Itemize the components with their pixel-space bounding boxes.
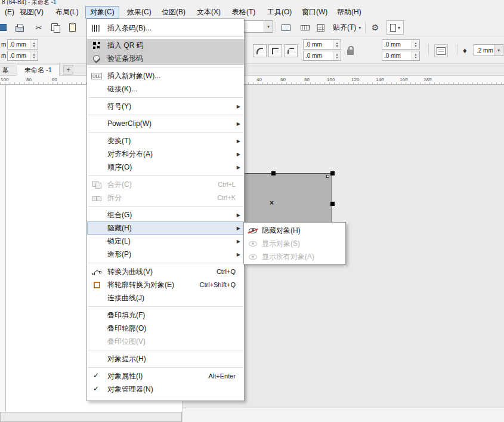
corner-tr-stepper[interactable]: ▴▾ [412,40,419,49]
menu-item-label: 叠印填充(F) [107,310,145,321]
menubar-item-window[interactable]: 窗口(W) [297,6,332,19]
snap-to-dropdown[interactable]: 贴齐(T) ▾ [329,21,364,34]
new-document-tab-button[interactable]: + [63,65,73,75]
corner-radius-top-left-field[interactable]: .0 mm ▴▾ [303,39,341,50]
launcher-dropdown-arrow-icon: ▾ [398,25,400,30]
corner-style-round-button[interactable] [253,44,267,57]
corner-style-scallop-button[interactable] [268,44,282,57]
paste-button[interactable] [64,20,80,35]
menu-item-overprint-outline[interactable]: 叠印轮廓(O) [87,322,244,335]
width-stepper[interactable]: ▴▾ [30,40,38,49]
selection-handle-top-center[interactable] [271,171,276,175]
menubar-item-table[interactable]: 表格(T) [227,6,260,19]
menu-item-object-properties[interactable]: ✓ 对象属性(I) Alt+Enter [87,369,244,383]
object-size-height-field[interactable]: .0 mm ▴▾ [7,51,38,61]
menubar-item-view[interactable]: 视图(V) [15,6,48,19]
stepper-down-icon[interactable]: ▾ [415,45,416,48]
document-tab-untitled[interactable]: 未命名 -1 [17,64,60,76]
menu-item-overprint-fill[interactable]: 叠印填充(F) [87,309,244,322]
menu-separator [88,132,243,133]
menu-item-symbol[interactable]: 符号(Y) ▶ [87,100,244,113]
object-size-height-value: .0 mm [8,51,30,60]
wrap-text-button[interactable] [434,44,448,57]
corner-radius-top-right-field[interactable]: .0 mm ▴▾ [382,39,420,50]
menu-item-lock[interactable]: 锁定(L) ▶ [87,235,244,248]
cut-button[interactable]: ✂ [31,20,47,35]
copy-button[interactable] [48,20,63,35]
height-stepper[interactable]: ▴▾ [30,51,38,60]
menu-item-label: 插入新对象(W)... [107,71,160,81]
menubar-item-text[interactable]: 文本(X) [192,6,225,19]
outline-width-combo[interactable]: .2 mm ▾ [474,44,503,56]
menu-item-object-hinting[interactable]: 对象提示(H) [87,352,244,365]
stepper-down-icon[interactable]: ▾ [33,56,35,59]
corner-radius-bl-value: .0 mm [304,51,333,60]
menu-item-shortcut: Ctrl+Shift+Q [199,281,239,288]
submenu-item-hide-objects[interactable]: 隐藏对象(H) [244,224,345,237]
corner-style-chamfer-button[interactable] [284,44,298,57]
menu-item-object-manager[interactable]: ✓ 对象管理器(N) [87,383,244,396]
menu-item-join-curves[interactable]: 连接曲线(J) [87,291,244,304]
convert-outline-to-object-icon [91,280,102,289]
object-size-width-field[interactable]: .0 mm ▴▾ [7,39,38,50]
vertical-ruler[interactable] [0,85,6,412]
menu-item-validate-barcode[interactable]: 验证条形码 [87,52,244,65]
corner-radius-bottom-right-field[interactable]: .0 mm ▴▾ [382,51,420,61]
zoom-dropdown-arrow-icon[interactable]: ▾ [264,21,273,32]
save-button[interactable] [0,20,11,35]
object-menu-popup: 插入条码(B)... 插入 QR 码 验证条形码 OLE 插入新对象(W)...… [86,19,245,401]
stepper-down-icon[interactable]: ▾ [415,56,416,59]
fullscreen-preview-icon [282,24,290,31]
page-label-clipped: 幕 [2,66,9,75]
stepper-down-icon[interactable]: ▾ [336,45,338,48]
horizontal-scrollbar[interactable] [182,408,504,422]
menu-item-powerclip[interactable]: PowerClip(W) ▶ [87,117,244,130]
menubar-item-object[interactable]: 对象(C) [85,6,119,19]
menubar-item-effects[interactable]: 效果(C) [122,6,156,19]
save-icon [0,24,7,31]
document-navigator[interactable] [0,412,182,422]
edit-corners-together-lock-icon[interactable] [347,50,354,55]
menu-item-label: 符号(Y) [107,101,131,112]
menu-item-shaping[interactable]: 造形(P) ▶ [87,248,244,261]
outline-width-dropdown-arrow-icon[interactable]: ▾ [494,45,503,56]
menubar-item-help[interactable]: 帮助(H) [332,6,366,19]
corner-bl-stepper[interactable]: ▴▾ [333,51,341,60]
menu-item-convert-outline-to-object[interactable]: 将轮廓转换为对象(E) Ctrl+Shift+Q [87,278,244,291]
corner-radius-bottom-left-field[interactable]: .0 mm ▴▾ [303,51,341,61]
options-button[interactable]: ⚙ [368,21,382,34]
menu-item-hide[interactable]: 隐藏(H) ▶ [87,221,244,235]
menubar-item-bitmaps[interactable]: 位图(B) [157,6,190,19]
fullscreen-preview-button[interactable] [278,20,293,35]
stepper-down-icon[interactable]: ▾ [33,45,35,48]
menu-item-label: 拆分 [107,193,122,203]
menu-item-transform[interactable]: 变换(T) ▶ [87,134,244,147]
menu-item-group[interactable]: 组合(G) ▶ [87,208,244,221]
menubar-item-layout[interactable]: 布局(L) [51,6,84,19]
menu-item-links[interactable]: 链接(K)... [87,82,244,96]
selection-handle-top-right[interactable] [330,171,335,175]
rectangle-corner-node[interactable] [326,175,329,178]
menu-item-insert-qr[interactable]: 插入 QR 码 [87,39,244,52]
menubar-item-tools[interactable]: 工具(O) [262,6,296,19]
show-grid-button[interactable] [313,20,328,35]
standard-toolbar: ✂ ▾ 贴齐(T) ▾ ⚙ ▾ [0,19,504,36]
corner-tl-stepper[interactable]: ▴▾ [333,40,341,49]
print-button[interactable] [12,20,27,35]
application-launcher-dropdown[interactable]: ▾ [386,20,404,35]
corner-br-stepper[interactable]: ▴▾ [412,51,419,60]
ruler-number: 160 [400,77,407,82]
show-object-eye-icon [248,240,258,247]
show-rulers-button[interactable] [297,20,313,35]
menu-item-insert-new-object[interactable]: OLE 插入新对象(W)... [87,69,244,82]
stepper-down-icon[interactable]: ▾ [336,56,338,59]
grid-icon [317,24,324,32]
horizontal-ruler[interactable]: 100 80 60 40 60 80 100 120 140 160 180 [0,76,504,85]
menu-item-order[interactable]: 顺序(O) ▶ [87,161,244,174]
menu-item-align-distribute[interactable]: 对齐和分布(A) ▶ [87,147,244,161]
menu-item-insert-barcode[interactable]: 插入条码(B)... [87,21,244,35]
menu-item-convert-to-curves[interactable]: 转换为曲线(V) Ctrl+Q [87,265,244,278]
snap-dropdown-arrow-icon: ▾ [358,25,361,30]
selection-handle-right-center[interactable] [330,202,335,206]
menu-bar: (E) 视图(V) 布局(L) 对象(C) 效果(C) 位图(B) 文本(X) … [0,6,504,19]
